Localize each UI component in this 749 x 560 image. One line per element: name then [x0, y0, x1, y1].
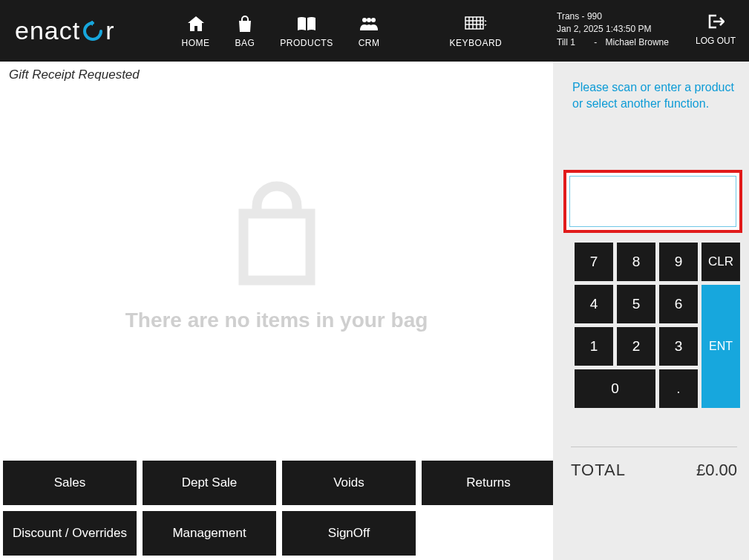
- nav-crm[interactable]: CRM: [359, 14, 380, 48]
- key-6[interactable]: 6: [659, 285, 698, 323]
- svg-point-3: [371, 18, 376, 22]
- input-panel: Please scan or enter a product or select…: [553, 62, 749, 560]
- empty-bag-message: There are no items in your bag: [125, 309, 428, 332]
- sales-button[interactable]: Sales: [3, 461, 137, 505]
- product-input[interactable]: [569, 176, 736, 227]
- svg-rect-13: [243, 214, 310, 280]
- key-0[interactable]: 0: [575, 369, 655, 408]
- logout-label: LOG OUT: [696, 36, 736, 46]
- nav-bag-label: BAG: [235, 38, 255, 48]
- returns-button[interactable]: Returns: [422, 461, 555, 505]
- svg-marker-12: [485, 24, 487, 26]
- empty-bag-placeholder: There are no items in your bag: [0, 177, 553, 332]
- nav-products-label: PRODUCTS: [280, 38, 333, 48]
- discount-overrides-button[interactable]: Discount / Overrides: [3, 511, 137, 556]
- logout-icon: [707, 12, 725, 31]
- nav-products[interactable]: PRODUCTS: [280, 14, 333, 48]
- nav-keyboard-label: KEYBOARD: [450, 38, 503, 48]
- numeric-keypad: 7 8 9 CLR 4 5 6 ENT 1 2 3 0 .: [575, 243, 740, 408]
- nav-crm-label: CRM: [359, 38, 380, 48]
- bag-panel: Gift Receipt Requested There are no item…: [0, 62, 553, 560]
- key-9[interactable]: 9: [659, 243, 698, 281]
- key-3[interactable]: 3: [659, 327, 698, 366]
- home-icon: [187, 14, 205, 33]
- logo-ring-icon: [82, 20, 104, 42]
- key-7[interactable]: 7: [575, 243, 613, 281]
- svg-point-2: [367, 18, 371, 22]
- session-dash: -: [594, 36, 597, 49]
- management-button[interactable]: Management: [143, 511, 276, 556]
- logout-button[interactable]: LOG OUT: [696, 12, 736, 46]
- nav-bag[interactable]: BAG: [235, 14, 255, 48]
- session-info: Trans - 990 Jan 2, 2025 1:43:50 PM Till …: [557, 10, 669, 49]
- gift-receipt-label: Gift Receipt Requested: [0, 62, 553, 82]
- total-label: TOTAL: [571, 461, 626, 480]
- key-4[interactable]: 4: [575, 285, 613, 323]
- brand-logo: enact r: [15, 16, 115, 45]
- svg-point-1: [362, 18, 367, 22]
- action-bar: Sales Dept Sale Voids Returns Discount /…: [3, 461, 555, 556]
- main-area: Gift Receipt Requested There are no item…: [0, 62, 749, 560]
- key-8[interactable]: 8: [617, 243, 655, 281]
- session-datetime: Jan 2, 2025 1:43:50 PM: [557, 23, 669, 36]
- session-till: Till 1: [557, 36, 575, 49]
- empty-bag-icon: [221, 177, 333, 288]
- bag-icon: [238, 14, 252, 33]
- scan-prompt: Please scan or enter a product or select…: [553, 62, 749, 111]
- nav-home[interactable]: HOME: [182, 14, 210, 48]
- product-input-highlight: [563, 170, 742, 233]
- key-clr[interactable]: CLR: [701, 243, 740, 281]
- dept-sale-button[interactable]: Dept Sale: [143, 461, 276, 505]
- voids-button[interactable]: Voids: [282, 461, 416, 505]
- nav-home-label: HOME: [182, 38, 210, 48]
- total-value: £0.00: [696, 461, 737, 480]
- people-icon: [359, 14, 379, 33]
- key-ent[interactable]: ENT: [701, 285, 740, 408]
- key-1[interactable]: 1: [575, 327, 613, 366]
- book-icon: [297, 14, 316, 33]
- signoff-button[interactable]: SignOff: [282, 511, 416, 556]
- session-trans: Trans - 990: [557, 10, 669, 23]
- session-user: Michael Browne: [606, 36, 669, 49]
- total-line: TOTAL £0.00: [571, 447, 737, 480]
- svg-marker-11: [485, 20, 487, 22]
- keyboard-icon: [465, 14, 487, 33]
- key-dot[interactable]: .: [659, 369, 698, 408]
- key-2[interactable]: 2: [617, 327, 655, 366]
- main-nav: HOME BAG PRODUCTS CRM: [182, 14, 503, 48]
- key-5[interactable]: 5: [617, 285, 655, 323]
- nav-keyboard[interactable]: KEYBOARD: [450, 14, 503, 48]
- top-bar: enact r HOME BAG PRODUCTS: [0, 0, 749, 62]
